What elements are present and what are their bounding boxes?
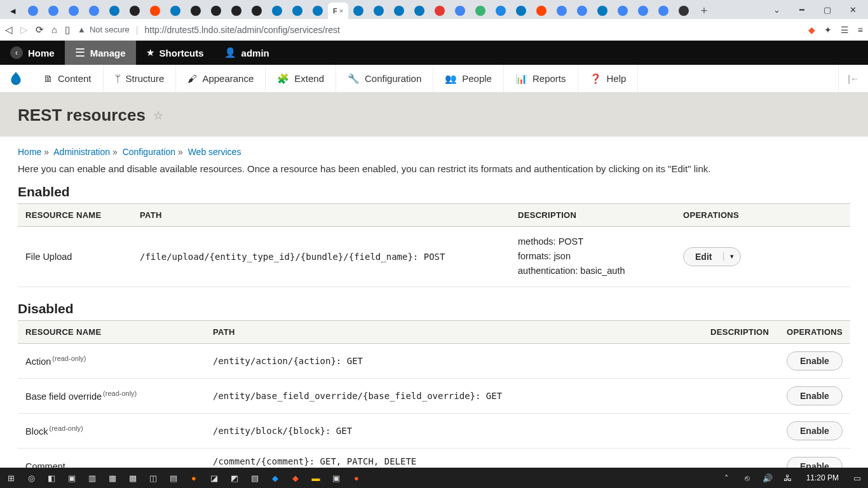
security-indicator[interactable]: ▲ Not secure xyxy=(78,25,130,34)
tab-item[interactable] xyxy=(511,3,531,19)
breadcrumb-web[interactable]: Web services xyxy=(188,147,241,157)
tab-dropdown-icon[interactable]: ⌄ xyxy=(764,5,789,15)
tray-notifications-icon[interactable]: ▭ xyxy=(850,471,864,485)
breadcrumb-home[interactable]: Home xyxy=(18,147,41,157)
taskbar-app[interactable]: ▦ xyxy=(105,471,119,485)
url-text[interactable]: http://drutest5.lndo.site/admin/config/s… xyxy=(144,25,339,35)
brave-shields-icon[interactable]: ◆ xyxy=(808,25,815,35)
tab-item[interactable]: ◀ xyxy=(3,3,23,19)
menu-structure[interactable]: ᛘStructure xyxy=(104,65,177,92)
tab-item[interactable] xyxy=(674,3,694,19)
menu-content[interactable]: 🗎Content xyxy=(32,65,104,92)
tab-item[interactable] xyxy=(64,3,84,19)
taskbar-app[interactable]: ▤ xyxy=(166,471,180,485)
tray-icon[interactable]: ⎋ xyxy=(740,471,754,485)
tab-item[interactable] xyxy=(572,3,592,19)
taskbar-app[interactable]: ◧ xyxy=(44,471,58,485)
tray-network-icon[interactable]: 🖧 xyxy=(781,471,795,485)
extensions-icon[interactable]: ✦ xyxy=(824,25,832,35)
enable-button[interactable]: Enable xyxy=(787,421,843,440)
tab-item[interactable] xyxy=(23,3,43,19)
tab-item[interactable] xyxy=(43,3,64,19)
menu-appearance[interactable]: 🖌Appearance xyxy=(176,65,266,92)
taskbar-app[interactable]: ◪ xyxy=(207,471,221,485)
reload-button[interactable]: ⟳ xyxy=(36,24,44,36)
reader-icon[interactable]: ☰ xyxy=(841,25,849,35)
breadcrumb-admin[interactable]: Administration xyxy=(53,147,110,157)
drupal-logo-icon[interactable] xyxy=(0,71,32,87)
toolbar-back[interactable]: ‹Home xyxy=(0,41,65,65)
taskbar-clock[interactable]: 11:20 PM xyxy=(801,473,844,482)
taskbar-app[interactable]: ▩ xyxy=(126,471,140,485)
tab-item[interactable] xyxy=(145,3,165,19)
breadcrumb-config[interactable]: Configuration xyxy=(123,147,175,157)
tab-item[interactable] xyxy=(186,3,206,19)
tab-item[interactable] xyxy=(125,3,145,19)
enable-button[interactable]: Enable xyxy=(787,386,843,405)
tab-item[interactable] xyxy=(206,3,226,19)
window-minimize[interactable]: ━ xyxy=(789,5,815,15)
bookmark-bar-icon[interactable]: ▯ xyxy=(65,24,70,36)
taskbar-app[interactable]: ● xyxy=(187,471,201,485)
tab-item[interactable] xyxy=(104,3,125,19)
taskbar-app[interactable]: ◆ xyxy=(268,471,282,485)
tab-item[interactable] xyxy=(369,3,389,19)
toolbar-user[interactable]: 👤admin xyxy=(214,41,280,65)
tab-item[interactable] xyxy=(430,3,450,19)
tab-item[interactable] xyxy=(653,3,674,19)
tab-item[interactable] xyxy=(308,3,328,19)
taskbar-app[interactable]: ◆ xyxy=(288,471,302,485)
window-maximize[interactable]: ▢ xyxy=(815,5,840,15)
tab-item[interactable] xyxy=(409,3,430,19)
window-close[interactable]: ✕ xyxy=(840,5,865,15)
tab-item[interactable] xyxy=(247,3,267,19)
menu-people[interactable]: 👥People xyxy=(433,65,504,92)
home-button[interactable]: ⌂ xyxy=(51,24,57,35)
chevron-down-icon[interactable]: ▾ xyxy=(723,252,740,261)
taskbar-app[interactable]: ◎ xyxy=(24,471,38,485)
taskbar-app[interactable]: ▧ xyxy=(248,471,262,485)
tab-item[interactable] xyxy=(531,3,552,19)
tab-item[interactable] xyxy=(633,3,653,19)
taskbar-app[interactable]: ◩ xyxy=(227,471,241,485)
tab-item[interactable] xyxy=(592,3,613,19)
star-outline-icon[interactable]: ☆ xyxy=(153,109,163,123)
taskbar-app[interactable]: ▣ xyxy=(329,471,343,485)
menu-help[interactable]: ❓Help xyxy=(578,65,639,92)
tray-chevron-icon[interactable]: ˄ xyxy=(720,471,734,485)
new-tab-button[interactable]: + xyxy=(694,3,714,19)
tab-active[interactable]: F × xyxy=(328,3,348,19)
tab-item[interactable] xyxy=(226,3,247,19)
taskbar-app[interactable]: ▥ xyxy=(85,471,99,485)
menu-configuration[interactable]: 🔧Configuration xyxy=(336,65,433,92)
close-icon[interactable]: × xyxy=(339,7,343,15)
tab-item[interactable] xyxy=(267,3,287,19)
taskbar-app[interactable]: ● xyxy=(349,471,363,485)
edit-button[interactable]: Edit ▾ xyxy=(683,247,741,266)
taskbar-app[interactable]: ▣ xyxy=(65,471,79,485)
start-button[interactable]: ⊞ xyxy=(4,471,18,485)
tray-volume-icon[interactable]: 🔊 xyxy=(761,471,775,485)
tab-item[interactable] xyxy=(287,3,308,19)
menu-icon[interactable]: ≡ xyxy=(858,25,863,35)
tab-item[interactable] xyxy=(348,3,369,19)
menu-reports[interactable]: 📊Reports xyxy=(504,65,578,92)
forward-button[interactable]: ▷ xyxy=(20,24,28,36)
toolbar-manage[interactable]: ☰Manage xyxy=(65,41,136,65)
back-button[interactable]: ◁ xyxy=(5,24,13,36)
toolbar-orientation-toggle[interactable]: |← xyxy=(838,65,868,92)
menu-extend[interactable]: 🧩Extend xyxy=(266,65,336,92)
tab-item[interactable] xyxy=(389,3,409,19)
toolbar-shortcuts[interactable]: ★Shortcuts xyxy=(136,41,214,65)
tab-item[interactable] xyxy=(491,3,511,19)
tab-item[interactable] xyxy=(450,3,470,19)
tab-item[interactable] xyxy=(552,3,572,19)
enable-button[interactable]: Enable xyxy=(787,351,843,370)
tab-item[interactable] xyxy=(84,3,104,19)
admin-menu: 🗎Content ᛘStructure 🖌Appearance 🧩Extend … xyxy=(0,65,868,93)
taskbar-app[interactable]: ▬ xyxy=(309,471,323,485)
tab-item[interactable] xyxy=(470,3,491,19)
tab-item[interactable] xyxy=(613,3,633,19)
tab-item[interactable] xyxy=(165,3,186,19)
taskbar-app[interactable]: ◫ xyxy=(146,471,160,485)
